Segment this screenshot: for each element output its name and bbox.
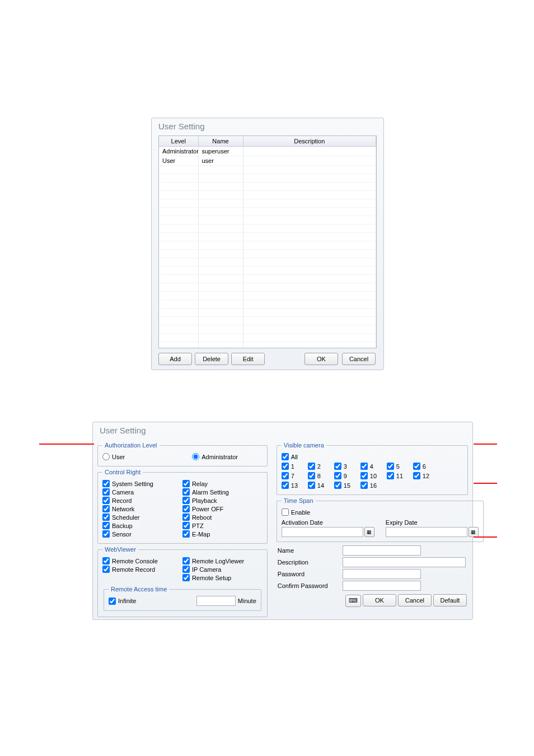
table-row[interactable] — [159, 233, 376, 241]
cell-name — [198, 258, 243, 267]
checkbox-camera-11[interactable]: 11 — [387, 472, 413, 479]
cell-level — [159, 334, 198, 342]
ok-button[interactable]: OK — [305, 353, 338, 365]
table-row[interactable] — [159, 325, 376, 334]
checkbox-ip-camera[interactable]: IP Camera — [182, 566, 263, 573]
table-row[interactable]: Administratorsuperuser — [159, 147, 376, 156]
checkbox-sensor[interactable]: Sensor — [102, 530, 182, 538]
edit-button[interactable]: Edit — [231, 353, 265, 365]
description-label: Description — [278, 559, 339, 566]
table-row[interactable] — [159, 199, 376, 208]
radio-user[interactable]: User — [102, 453, 125, 460]
table-row[interactable] — [159, 216, 376, 225]
checkbox-camera-6[interactable]: 6 — [413, 463, 439, 470]
table-row[interactable] — [159, 275, 376, 283]
table-row[interactable] — [159, 258, 376, 267]
cell-name — [198, 275, 243, 283]
table-row[interactable] — [159, 191, 376, 199]
checkbox-enable-timespan[interactable]: Enable — [282, 508, 479, 516]
table-row[interactable] — [159, 317, 376, 325]
activation-date-input[interactable] — [282, 527, 363, 537]
keyboard-icon[interactable]: ⌨ — [345, 595, 361, 607]
cell-level — [159, 174, 198, 183]
table-row[interactable] — [159, 342, 376, 349]
col-name-header[interactable]: Name — [198, 136, 243, 147]
cell-description — [243, 292, 376, 300]
checkbox-remote-setup[interactable]: Remote Setup — [182, 574, 263, 581]
checkbox-camera-12[interactable]: 12 — [413, 472, 439, 479]
checkbox-playback[interactable]: Playback — [182, 497, 263, 504]
checkbox-remote-console[interactable]: Remote Console — [102, 557, 182, 564]
checkbox-relay[interactable]: Relay — [182, 480, 263, 487]
table-row[interactable] — [159, 267, 376, 275]
cell-level — [159, 317, 198, 325]
cell-level — [159, 275, 198, 283]
table-row[interactable] — [159, 300, 376, 309]
default-button[interactable]: Default — [433, 594, 467, 606]
cell-level — [159, 309, 198, 317]
checkbox-power-off[interactable]: Power OFF — [182, 505, 263, 512]
col-description-header[interactable]: Description — [243, 136, 376, 147]
activation-date-picker-icon[interactable]: ▦ — [364, 527, 374, 537]
table-row[interactable] — [159, 241, 376, 250]
checkbox-camera-2[interactable]: 2 — [308, 463, 334, 470]
checkbox-camera-10[interactable]: 10 — [360, 472, 387, 479]
table-row[interactable] — [159, 166, 376, 174]
checkbox-network[interactable]: Network — [102, 505, 182, 512]
table-row[interactable] — [159, 292, 376, 300]
expiry-date-picker-icon[interactable]: ▦ — [469, 527, 479, 537]
checkbox-e-map[interactable]: E-Map — [182, 530, 263, 538]
col-level-header[interactable]: Level — [159, 136, 198, 147]
checkbox-infinite[interactable]: Infinite — [109, 598, 136, 605]
table-row[interactable] — [159, 208, 376, 216]
cell-level — [159, 292, 198, 300]
checkbox-alarm-setting[interactable]: Alarm Setting — [182, 488, 263, 496]
cell-name — [198, 208, 243, 216]
cell-level — [159, 225, 198, 233]
checkbox-camera-15[interactable]: 15 — [334, 482, 360, 489]
add-button[interactable]: Add — [158, 353, 192, 365]
checkbox-camera-3[interactable]: 3 — [334, 463, 360, 470]
checkbox-reboot[interactable]: Reboot — [182, 514, 263, 521]
checkbox-camera-4[interactable]: 4 — [360, 463, 387, 470]
checkbox-backup[interactable]: Backup — [102, 522, 182, 529]
description-input[interactable] — [343, 557, 466, 567]
checkbox-camera-13[interactable]: 13 — [282, 482, 308, 489]
table-row[interactable] — [159, 283, 376, 292]
checkbox-camera-7[interactable]: 7 — [282, 472, 308, 479]
cell-name — [198, 325, 243, 334]
checkbox-camera-8[interactable]: 8 — [308, 472, 334, 479]
radio-administrator[interactable]: Administrator — [192, 453, 238, 460]
checkbox-camera-16[interactable]: 16 — [360, 482, 387, 489]
remote-access-time-group: Remote Access time Infinite Minute — [104, 586, 261, 611]
remote-access-minutes-input[interactable] — [196, 596, 236, 606]
cancel-button-2[interactable]: Cancel — [398, 594, 432, 606]
table-row[interactable]: Useruser — [159, 156, 376, 166]
table-row[interactable] — [159, 250, 376, 258]
checkbox-remote-logviewer[interactable]: Remote LogViewer — [182, 557, 263, 564]
table-row[interactable] — [159, 174, 376, 183]
table-row[interactable] — [159, 309, 376, 317]
confirm-password-input[interactable] — [343, 581, 421, 591]
checkbox-camera-1[interactable]: 1 — [282, 463, 308, 470]
checkbox-camera-9[interactable]: 9 — [334, 472, 360, 479]
checkbox-record[interactable]: Record — [102, 497, 182, 504]
delete-button[interactable]: Delete — [195, 353, 228, 365]
checkbox-camera-5[interactable]: 5 — [387, 463, 413, 470]
table-row[interactable] — [159, 183, 376, 191]
ok-button-2[interactable]: OK — [363, 594, 396, 606]
table-row[interactable] — [159, 225, 376, 233]
table-row[interactable] — [159, 334, 376, 342]
checkbox-system-setting[interactable]: System Setting — [102, 480, 182, 487]
checkbox-remote-record[interactable]: Remote Record — [102, 566, 182, 573]
checkbox-ptz[interactable]: PTZ — [182, 522, 263, 529]
checkbox-all-cameras[interactable]: All — [282, 453, 463, 460]
password-input[interactable] — [343, 569, 421, 579]
expiry-date-input[interactable] — [386, 527, 467, 537]
cancel-button[interactable]: Cancel — [342, 353, 376, 365]
checkbox-camera[interactable]: Camera — [102, 488, 182, 496]
checkbox-scheduler[interactable]: Scheduler — [102, 514, 182, 521]
name-input[interactable] — [343, 545, 421, 556]
checkbox-camera-14[interactable]: 14 — [308, 482, 334, 489]
panel-title-2: User Setting — [93, 422, 472, 440]
